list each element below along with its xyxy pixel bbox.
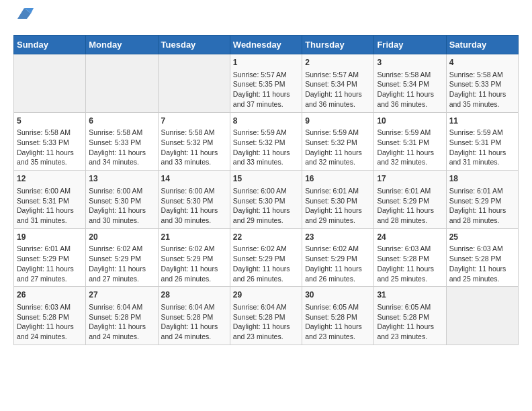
daylight-text: Daylight: 11 hours and 33 minutes. — [233, 148, 290, 167]
sunset-text: Sunset: 5:32 PM — [305, 138, 357, 146]
day-number: 7 — [161, 116, 227, 127]
sunset-text: Sunset: 5:31 PM — [377, 138, 429, 146]
sunset-text: Sunset: 5:30 PM — [89, 197, 141, 205]
calendar-cell — [86, 54, 158, 113]
sunset-text: Sunset: 5:28 PM — [89, 313, 141, 321]
sunrise-text: Sunrise: 5:57 AM — [233, 71, 287, 79]
daylight-text: Daylight: 11 hours and 28 minutes. — [449, 206, 506, 224]
day-number: 2 — [305, 57, 371, 68]
day-number: 31 — [377, 289, 443, 301]
sunrise-text: Sunrise: 6:00 AM — [89, 187, 142, 195]
sunset-text: Sunset: 5:33 PM — [449, 80, 502, 88]
day-number: 14 — [161, 173, 227, 185]
sunset-text: Sunset: 5:29 PM — [233, 255, 285, 263]
sunrise-text: Sunrise: 6:04 AM — [161, 303, 215, 311]
calendar-cell: 9Sunrise: 5:59 AMSunset: 5:32 PMDaylight… — [302, 112, 374, 171]
sunset-text: Sunset: 5:34 PM — [305, 80, 357, 88]
daylight-text: Daylight: 11 hours and 31 minutes. — [17, 206, 74, 224]
day-number: 23 — [305, 232, 371, 243]
calendar-cell: 31Sunrise: 6:05 AMSunset: 5:28 PMDayligh… — [374, 287, 446, 345]
daylight-text: Daylight: 11 hours and 33 minutes. — [161, 148, 218, 167]
sunrise-text: Sunrise: 5:59 AM — [377, 128, 431, 136]
week-row-5: 26Sunrise: 6:03 AMSunset: 5:28 PMDayligh… — [14, 287, 519, 345]
calendar-cell: 6Sunrise: 5:58 AMSunset: 5:33 PMDaylight… — [86, 112, 158, 171]
day-header-monday: Monday — [86, 36, 158, 54]
sunrise-text: Sunrise: 6:03 AM — [17, 303, 71, 311]
week-row-2: 5Sunrise: 5:58 AMSunset: 5:33 PMDaylight… — [14, 112, 519, 171]
day-number: 9 — [305, 116, 371, 127]
sunrise-text: Sunrise: 6:02 AM — [305, 244, 359, 253]
day-number: 6 — [89, 116, 154, 127]
day-number: 27 — [89, 289, 154, 301]
sunset-text: Sunset: 5:29 PM — [449, 197, 502, 205]
daylight-text: Daylight: 11 hours and 36 minutes. — [305, 90, 362, 108]
sunset-text: Sunset: 5:29 PM — [89, 255, 141, 263]
daylight-text: Daylight: 11 hours and 23 minutes. — [233, 322, 290, 340]
daylight-text: Daylight: 11 hours and 26 minutes. — [161, 265, 218, 283]
daylight-text: Daylight: 11 hours and 25 minutes. — [377, 265, 434, 283]
sunrise-text: Sunrise: 6:01 AM — [305, 187, 359, 195]
sunrise-text: Sunrise: 6:04 AM — [89, 303, 142, 311]
day-header-friday: Friday — [374, 36, 446, 54]
sunset-text: Sunset: 5:35 PM — [233, 80, 285, 88]
day-header-wednesday: Wednesday — [230, 36, 302, 54]
daylight-text: Daylight: 11 hours and 32 minutes. — [305, 148, 362, 167]
page-header — [13, 13, 519, 28]
sunrise-text: Sunrise: 6:02 AM — [233, 244, 287, 253]
calendar-cell: 17Sunrise: 6:01 AMSunset: 5:29 PMDayligh… — [374, 171, 446, 229]
daylight-text: Daylight: 11 hours and 32 minutes. — [377, 148, 434, 167]
calendar-cell: 27Sunrise: 6:04 AMSunset: 5:28 PMDayligh… — [86, 287, 158, 345]
calendar-cell: 5Sunrise: 5:58 AMSunset: 5:33 PMDaylight… — [14, 112, 86, 171]
calendar-cell: 23Sunrise: 6:02 AMSunset: 5:29 PMDayligh… — [302, 228, 374, 287]
day-number: 19 — [17, 232, 83, 243]
day-number: 3 — [377, 57, 443, 68]
calendar-cell: 26Sunrise: 6:03 AMSunset: 5:28 PMDayligh… — [14, 287, 86, 345]
sunrise-text: Sunrise: 5:58 AM — [377, 71, 431, 79]
sunset-text: Sunset: 5:30 PM — [305, 197, 357, 205]
sunrise-text: Sunrise: 6:02 AM — [161, 244, 215, 253]
sunset-text: Sunset: 5:29 PM — [161, 255, 214, 263]
sunrise-text: Sunrise: 5:59 AM — [305, 128, 359, 136]
sunset-text: Sunset: 5:34 PM — [377, 80, 429, 88]
day-header-thursday: Thursday — [302, 36, 374, 54]
calendar-cell: 4Sunrise: 5:58 AMSunset: 5:33 PMDaylight… — [446, 54, 518, 113]
calendar-cell — [446, 287, 518, 345]
daylight-text: Daylight: 11 hours and 24 minutes. — [17, 322, 74, 340]
daylight-text: Daylight: 11 hours and 35 minutes. — [449, 90, 506, 108]
calendar-cell: 3Sunrise: 5:58 AMSunset: 5:34 PMDaylight… — [374, 54, 446, 113]
sunrise-text: Sunrise: 6:05 AM — [377, 303, 431, 311]
calendar-cell: 16Sunrise: 6:01 AMSunset: 5:30 PMDayligh… — [302, 171, 374, 229]
daylight-text: Daylight: 11 hours and 35 minutes. — [17, 148, 74, 167]
daylight-text: Daylight: 11 hours and 27 minutes. — [89, 265, 146, 283]
day-number: 21 — [161, 232, 227, 243]
daylight-text: Daylight: 11 hours and 26 minutes. — [305, 265, 362, 283]
day-number: 17 — [377, 173, 443, 185]
daylight-text: Daylight: 11 hours and 28 minutes. — [377, 206, 434, 224]
calendar-cell: 19Sunrise: 6:01 AMSunset: 5:29 PMDayligh… — [14, 228, 86, 287]
daylight-text: Daylight: 11 hours and 29 minutes. — [305, 206, 362, 224]
sunrise-text: Sunrise: 6:03 AM — [377, 244, 431, 253]
day-number: 30 — [305, 289, 371, 301]
daylight-text: Daylight: 11 hours and 30 minutes. — [161, 206, 218, 224]
day-number: 25 — [449, 232, 515, 243]
day-number: 4 — [449, 57, 515, 68]
daylight-text: Daylight: 11 hours and 24 minutes. — [161, 322, 218, 340]
day-number: 16 — [305, 173, 371, 185]
day-number: 26 — [17, 289, 83, 301]
daylight-text: Daylight: 11 hours and 29 minutes. — [233, 206, 290, 224]
day-number: 24 — [377, 232, 443, 243]
day-header-tuesday: Tuesday — [158, 36, 230, 54]
calendar-cell: 22Sunrise: 6:02 AMSunset: 5:29 PMDayligh… — [230, 228, 302, 287]
calendar-cell: 24Sunrise: 6:03 AMSunset: 5:28 PMDayligh… — [374, 228, 446, 287]
daylight-text: Daylight: 11 hours and 36 minutes. — [377, 90, 434, 108]
sunrise-text: Sunrise: 5:58 AM — [17, 128, 71, 136]
sunset-text: Sunset: 5:30 PM — [161, 197, 214, 205]
sunset-text: Sunset: 5:28 PM — [17, 313, 69, 321]
sunset-text: Sunset: 5:29 PM — [17, 255, 69, 263]
daylight-text: Daylight: 11 hours and 25 minutes. — [449, 265, 506, 283]
day-number: 13 — [89, 173, 154, 185]
day-number: 10 — [377, 116, 443, 127]
daylight-text: Daylight: 11 hours and 23 minutes. — [305, 322, 362, 340]
calendar-cell: 14Sunrise: 6:00 AMSunset: 5:30 PMDayligh… — [158, 171, 230, 229]
sunset-text: Sunset: 5:28 PM — [305, 313, 357, 321]
